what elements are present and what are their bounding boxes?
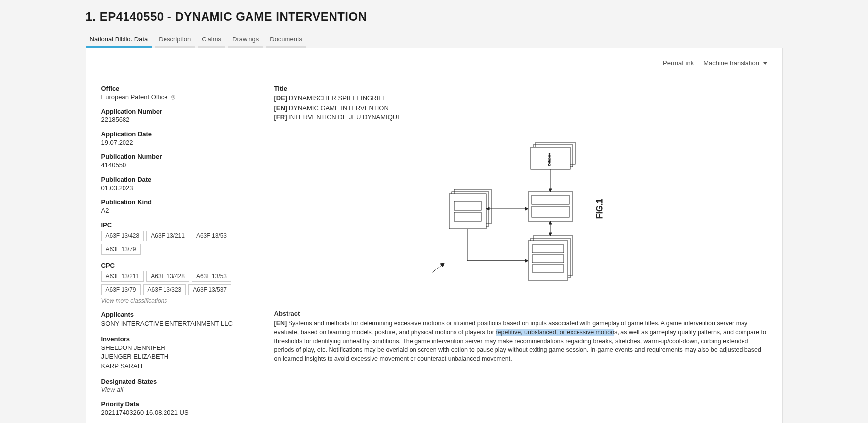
ipc-chip[interactable]: A63F 13/79	[101, 244, 141, 255]
app-num-value: 22185682	[101, 116, 254, 123]
pub-num-label: Publication Number	[101, 153, 254, 160]
svg-point-0	[173, 96, 174, 98]
view-all-states-link[interactable]: View all	[101, 386, 254, 393]
svg-marker-6	[549, 189, 552, 192]
office-value: European Patent Office	[101, 93, 254, 101]
priority-value: 202117403260 16.08.2021 US	[101, 409, 254, 416]
abstract-text: [EN] Systems and methods for determining…	[274, 319, 767, 364]
main-content: Title [DE] DYNAMISCHER SPIELEINGRIFF[EN]…	[274, 85, 767, 423]
abstract-highlight: repetitive, unbalanced, or excessive mot…	[496, 329, 614, 336]
biblio-sidebar: Office European Patent Office Applicatio…	[101, 85, 254, 423]
office-label: Office	[101, 85, 254, 92]
chevron-down-icon	[763, 62, 767, 65]
app-num-label: Application Number	[101, 108, 254, 115]
pub-num-value: 4140550	[101, 161, 254, 169]
svg-marker-19	[549, 233, 552, 236]
priority-label: Priority Data	[101, 400, 254, 408]
inventor-item: SHELDON JENNIFER	[101, 344, 254, 352]
figure-caption: FIG.1	[595, 198, 604, 218]
tab-drawings[interactable]: Drawings	[228, 33, 263, 48]
inventors-value: SHELDON JENNIFERJUENGER ELIZABETHKARP SA…	[101, 344, 254, 371]
ipc-label: IPC	[101, 221, 254, 229]
content-panel: PermaLink Machine translation Office Eur…	[86, 48, 783, 423]
ipc-chip[interactable]: A63F 13/211	[146, 231, 189, 241]
title-line: [FR] INTERVENTION DE JEU DYNAMIQUE	[274, 113, 767, 122]
cpc-chip[interactable]: A63F 13/537	[188, 284, 231, 295]
designated-states-label: Designated States	[101, 378, 254, 385]
inventor-item: KARP SARAH	[101, 362, 254, 371]
cpc-chip[interactable]: A63F 13/211	[101, 271, 144, 282]
pub-date-value: 01.03.2023	[101, 184, 254, 192]
pub-kind-value: A2	[101, 207, 254, 214]
svg-rect-25	[532, 255, 564, 263]
page-title: 1. EP4140550 - DYNAMIC GAME INTERVENTION	[86, 10, 825, 24]
title-line: [EN] DYNAMIC GAME INTERVENTION	[274, 103, 767, 113]
cpc-label: CPC	[101, 262, 254, 269]
permalink-link[interactable]: PermaLink	[663, 59, 694, 67]
tab-description[interactable]: Description	[155, 33, 195, 48]
svg-text:Database: Database	[548, 153, 551, 165]
cpc-chip[interactable]: A63F 13/428	[146, 271, 189, 282]
tab-national-biblio-data[interactable]: National Biblio. Data	[86, 33, 152, 48]
applicants-label: Applicants	[101, 311, 254, 318]
cpc-chip[interactable]: A63F 13/79	[101, 284, 141, 295]
title-line: [DE] DYNAMISCHER SPIELEINGRIFF	[274, 93, 767, 103]
svg-rect-26	[532, 265, 564, 272]
svg-rect-14	[532, 206, 569, 217]
svg-rect-10	[454, 201, 481, 210]
pub-date-label: Publication Date	[101, 176, 254, 183]
view-more-classifications-link[interactable]: View more classifications	[101, 297, 167, 304]
svg-marker-17	[486, 207, 489, 210]
cpc-chip[interactable]: A63F 13/323	[143, 284, 186, 295]
ipc-chip[interactable]: A63F 13/53	[192, 231, 231, 241]
figure-diagram: Database	[407, 137, 634, 300]
svg-rect-13	[532, 195, 569, 204]
svg-marker-30	[525, 259, 528, 262]
tab-documents[interactable]: Documents	[266, 33, 306, 48]
svg-marker-16	[525, 207, 528, 210]
machine-translation-label: Machine translation	[703, 59, 759, 67]
figure-area: Database	[274, 137, 767, 300]
ipc-chips: A63F 13/428A63F 13/211A63F 13/53A63F 13/…	[101, 231, 254, 255]
tabs: National Biblio. DataDescriptionClaimsDr…	[86, 33, 825, 48]
cpc-chips: A63F 13/211A63F 13/428A63F 13/53A63F 13/…	[101, 271, 254, 295]
svg-marker-32	[440, 263, 444, 267]
svg-rect-11	[454, 212, 481, 221]
app-date-label: Application Date	[101, 130, 254, 138]
tab-claims[interactable]: Claims	[198, 33, 225, 48]
map-pin-icon	[170, 95, 176, 101]
svg-rect-24	[532, 245, 564, 253]
app-date-value: 19.07.2022	[101, 139, 254, 146]
cpc-chip[interactable]: A63F 13/53	[192, 271, 231, 282]
pub-kind-label: Publication Kind	[101, 198, 254, 206]
svg-rect-9	[449, 194, 486, 229]
title-label: Title	[274, 85, 767, 92]
abstract-lang: [EN]	[274, 320, 287, 327]
top-actions: PermaLink Machine translation	[101, 59, 767, 75]
abstract-label: Abstract	[274, 310, 767, 317]
svg-marker-20	[549, 221, 552, 224]
machine-translation-dropdown[interactable]: Machine translation	[703, 59, 767, 67]
inventors-label: Inventors	[101, 335, 254, 343]
applicant-item: SONY INTERACTIVE ENTERTAINMENT LLC	[101, 319, 254, 328]
inventor-item: JUENGER ELIZABETH	[101, 352, 254, 361]
applicants-value: SONY INTERACTIVE ENTERTAINMENT LLC	[101, 319, 254, 328]
ipc-chip[interactable]: A63F 13/428	[101, 231, 144, 241]
